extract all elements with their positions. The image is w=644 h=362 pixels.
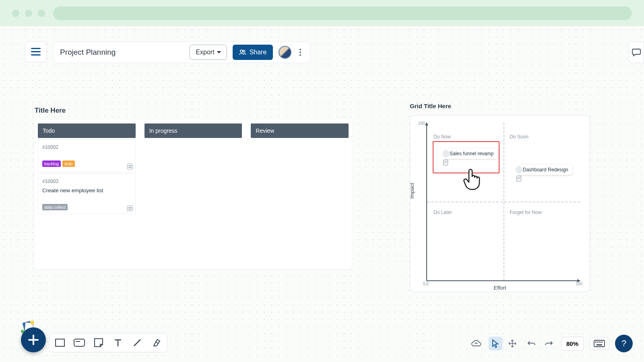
sticky-note-icon xyxy=(94,338,103,347)
svg-rect-16 xyxy=(595,341,597,343)
card-tags: backlog todo xyxy=(42,160,131,167)
project-title[interactable]: Project Planning xyxy=(60,48,184,57)
quadrant-label-do-later: Do Later xyxy=(433,210,452,215)
redo-icon xyxy=(544,340,553,347)
traffic-light-yellow[interactable] xyxy=(25,10,32,17)
header-card: Project Planning Export Share xyxy=(53,41,310,63)
matrix-item-label: Sales funnel revamp xyxy=(450,151,493,156)
share-button[interactable]: Share xyxy=(233,45,273,60)
keyboard-shortcuts-button[interactable] xyxy=(589,337,609,350)
card-id: #10002 xyxy=(42,144,131,150)
line-tool[interactable] xyxy=(130,335,144,350)
svg-rect-12 xyxy=(74,339,85,346)
tag: data collect xyxy=(42,204,68,210)
card-title: Create new employee list xyxy=(42,187,131,193)
matrix-item-dashboard-redesign[interactable]: Dashboard Redesign xyxy=(519,165,572,175)
top-bar: Project Planning Export Share xyxy=(25,41,310,63)
svg-point-4 xyxy=(243,50,245,52)
plot-area: Do Now Do Soon Do Later Forget for Now 1… xyxy=(426,123,580,281)
grid-title[interactable]: Grid Title Here xyxy=(410,103,590,109)
text-icon xyxy=(114,338,122,347)
text-tool[interactable] xyxy=(111,335,125,350)
svg-rect-18 xyxy=(599,341,601,343)
assignee-avatar xyxy=(442,150,450,157)
menu-button[interactable] xyxy=(25,41,47,62)
arrow-up-icon xyxy=(425,122,428,125)
export-button[interactable]: Export xyxy=(190,45,227,60)
user-avatar[interactable] xyxy=(279,46,291,59)
kanban-col-header: Review xyxy=(251,123,349,138)
kanban-card[interactable]: #10003 Create new employee list data col… xyxy=(38,173,136,214)
axis-tick: 100 xyxy=(576,282,582,286)
rectangle-icon xyxy=(55,339,65,347)
zoom-level[interactable]: 80% xyxy=(561,337,584,351)
kanban-widget: Title Here Todo #10002 backlog todo #100… xyxy=(35,107,352,269)
plus-icon xyxy=(28,335,39,345)
svg-rect-20 xyxy=(597,344,602,346)
add-fab[interactable] xyxy=(21,327,46,352)
svg-rect-15 xyxy=(594,340,605,347)
card-tags: data collect xyxy=(42,204,131,210)
cloud-sync-button[interactable] xyxy=(469,337,483,350)
browser-chrome xyxy=(0,0,644,26)
hamburger-icon xyxy=(31,48,41,56)
traffic-lights xyxy=(12,10,45,17)
svg-rect-2 xyxy=(31,54,41,56)
url-bar[interactable] xyxy=(53,6,632,20)
kanban-title[interactable]: Title Here xyxy=(35,107,352,115)
sticky-note-tool[interactable] xyxy=(91,335,106,350)
axis-tick: 100 xyxy=(418,121,425,125)
notes-icon xyxy=(127,164,133,169)
quadrant-label-do-soon: Do Soon xyxy=(510,134,528,140)
export-label: Export xyxy=(196,49,214,56)
kanban-col-todo[interactable]: Todo #10002 backlog todo #10003 Create n… xyxy=(38,123,136,266)
matrix-item-label: Dashboard Redesign xyxy=(523,167,568,173)
redo-button[interactable] xyxy=(542,337,555,350)
history-group xyxy=(525,337,555,350)
help-button[interactable]: ? xyxy=(615,335,633,352)
tag: todo xyxy=(62,160,74,167)
kanban-col-review[interactable]: Review xyxy=(251,123,349,266)
traffic-light-red[interactable] xyxy=(12,10,19,17)
tag: backlog xyxy=(42,160,61,167)
y-axis-label: Impact xyxy=(409,183,415,199)
priority-matrix-widget: Grid Title Here Impact Effort Do Now Do … xyxy=(410,103,590,292)
doc-icon xyxy=(516,176,521,181)
kanban-col-header: In progress xyxy=(144,123,242,138)
people-icon xyxy=(239,49,246,55)
highlighter-tool[interactable] xyxy=(149,335,164,350)
svg-point-7 xyxy=(30,321,34,325)
pointer-mode-button[interactable] xyxy=(489,337,502,350)
traffic-light-green[interactable] xyxy=(38,10,45,17)
x-axis-label: Effort xyxy=(494,285,506,291)
question-icon: ? xyxy=(621,338,626,349)
svg-rect-19 xyxy=(601,341,603,343)
comments-button[interactable] xyxy=(629,41,644,63)
axis-tick: 0,0 xyxy=(423,282,429,286)
svg-rect-11 xyxy=(56,339,64,346)
rectangle-tool[interactable] xyxy=(53,335,67,350)
svg-point-3 xyxy=(240,50,243,52)
divider-v xyxy=(504,123,504,280)
kanban-col-in-progress[interactable]: In progress xyxy=(144,123,242,266)
undo-button[interactable] xyxy=(525,337,539,350)
share-label: Share xyxy=(250,49,267,56)
kanban-board[interactable]: Todo #10002 backlog todo #10003 Create n… xyxy=(35,120,352,269)
priority-matrix[interactable]: Impact Effort Do Now Do Soon Do Later Fo… xyxy=(410,115,590,292)
svg-rect-17 xyxy=(597,341,599,343)
kanban-card[interactable]: #10002 backlog todo xyxy=(38,139,136,172)
svg-rect-10 xyxy=(28,339,39,341)
assignee-avatar xyxy=(516,166,523,173)
matrix-item-sales-funnel[interactable]: Sales funnel revamp xyxy=(446,148,497,159)
card-tool[interactable] xyxy=(72,335,87,350)
keyboard-icon xyxy=(594,340,605,347)
pan-mode-button[interactable] xyxy=(506,337,519,350)
canvas[interactable]: Project Planning Export Share xyxy=(0,26,644,362)
move-icon xyxy=(508,339,517,348)
kebab-menu[interactable] xyxy=(297,46,303,58)
caret-down-icon xyxy=(217,51,221,53)
pointer-icon xyxy=(491,339,500,348)
svg-rect-1 xyxy=(31,51,41,52)
quadrant-label-forget: Forget for Now xyxy=(510,210,541,215)
card-icon xyxy=(74,339,85,347)
